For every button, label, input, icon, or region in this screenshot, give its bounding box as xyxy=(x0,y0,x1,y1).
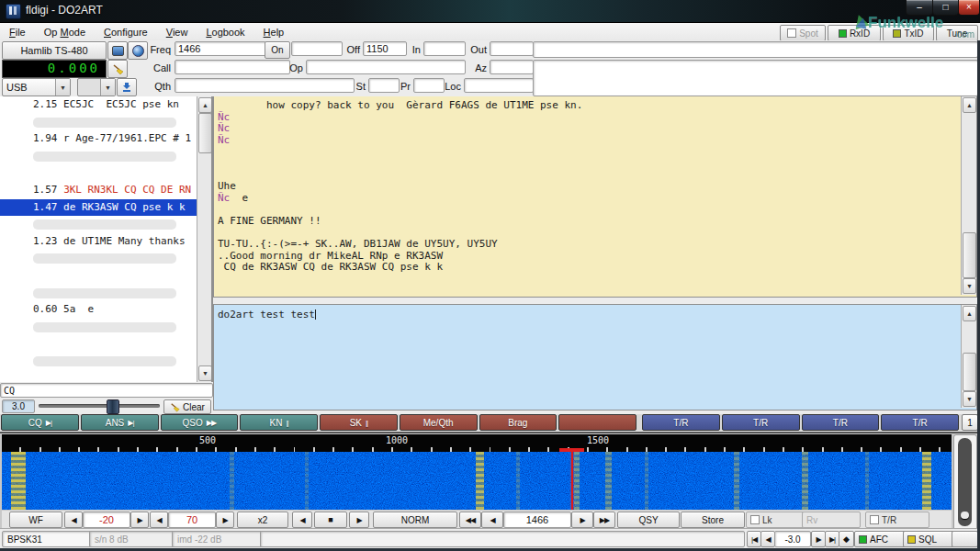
audio-freq-value[interactable]: 1466 xyxy=(503,512,571,528)
browser-row[interactable]: 2.15 EC5JC EC5JC pse kn xyxy=(0,96,197,114)
frequency-scale[interactable]: 50010001500 xyxy=(2,434,952,452)
wf-mode-button[interactable]: WF xyxy=(9,512,62,528)
afc-toggle[interactable]: AFC xyxy=(854,531,906,547)
notes-field-1[interactable] xyxy=(533,41,978,58)
title-bar[interactable]: fldigi - DO2ART – □ × xyxy=(0,0,980,23)
save-qso-button[interactable] xyxy=(117,78,137,96)
browser-row[interactable] xyxy=(0,319,197,336)
time-on-input[interactable] xyxy=(291,41,343,56)
scroll-down-icon[interactable]: ▼ xyxy=(963,278,976,294)
az-input[interactable] xyxy=(490,60,534,74)
seek-fwd-all-button[interactable]: ▶| xyxy=(825,531,839,547)
macro-button-t-r[interactable]: T/R xyxy=(802,414,880,431)
time-off-input[interactable] xyxy=(363,41,407,56)
low-increase-button[interactable]: ▶ xyxy=(130,512,149,528)
tx-text-area[interactable]: do2art test test ▲ ▼ xyxy=(213,304,977,410)
tx-scrollbar[interactable]: ▲ ▼ xyxy=(961,305,976,408)
macro-button-me-qth[interactable]: Me/Qth xyxy=(400,414,478,431)
waterfall-display[interactable] xyxy=(2,452,952,510)
browser-scrollbar[interactable]: ▲ ▼ xyxy=(197,96,212,382)
browser-row[interactable] xyxy=(0,267,197,285)
rx-text-area[interactable]: how copy? back to you Gèrard F6AGS de UT… xyxy=(213,96,977,298)
browser-row[interactable] xyxy=(0,114,197,131)
macro-button-cq[interactable]: CQ▶| xyxy=(1,414,79,431)
browser-row[interactable] xyxy=(0,216,197,233)
freq-rewind-button[interactable]: ◀◀ xyxy=(459,512,481,528)
txid-button[interactable]: TxID xyxy=(883,25,934,41)
op-input[interactable] xyxy=(306,60,466,74)
browser-row-selected[interactable]: 1.47 de RK3ASW CQ pse k k xyxy=(0,199,197,217)
bandwidth-select[interactable]: ▼ xyxy=(77,78,116,96)
browser-row[interactable]: 1.57 3KL RN3KL CQ CQ DE RN xyxy=(0,182,197,199)
lock-toggle[interactable]: Lk xyxy=(746,512,805,528)
scroll-up-icon[interactable]: ▲ xyxy=(198,97,212,113)
clear-log-fields-button[interactable] xyxy=(107,60,128,78)
menu-op-mode[interactable]: Op Mode xyxy=(35,27,95,38)
macro-button-t-r[interactable]: T/R xyxy=(642,414,720,431)
browser-row[interactable] xyxy=(0,148,197,165)
range-decrease-button[interactable]: ◀ xyxy=(150,512,168,528)
menu-help[interactable]: Help xyxy=(254,27,294,38)
macro-button-sk[interactable]: SK|| xyxy=(320,414,398,431)
tune-button[interactable]: Tune xyxy=(936,25,978,41)
wf-low-value[interactable]: -20 xyxy=(83,512,130,528)
menu-configure[interactable]: Configure xyxy=(95,27,157,38)
macro-button-qso[interactable]: QSO▶▶ xyxy=(161,414,239,431)
qsy-button[interactable]: QSY xyxy=(617,512,680,528)
signal-browser[interactable]: 2.15 EC5JC EC5JC pse kn1.94 r Age-77/196… xyxy=(0,96,213,382)
mode-status-button[interactable]: BPSK31 xyxy=(2,531,93,547)
menu-logbook[interactable]: Logbook xyxy=(197,27,253,38)
browser-row[interactable]: 0.60 5a e xyxy=(0,301,197,319)
rig-control-button[interactable]: Hamlib TS-480 xyxy=(2,41,107,60)
browser-search-input[interactable] xyxy=(0,383,213,398)
rst-out-input[interactable] xyxy=(490,41,534,56)
squelch-slider[interactable] xyxy=(39,404,160,408)
macro-button-kn[interactable]: KN|| xyxy=(240,414,318,431)
center-signal-button[interactable]: ◆ xyxy=(839,531,854,547)
low-decrease-button[interactable]: ◀ xyxy=(64,512,83,528)
store-button[interactable]: Store xyxy=(681,512,745,528)
browser-scroll-thumb[interactable] xyxy=(198,113,212,153)
call-input[interactable] xyxy=(175,60,290,74)
range-increase-button[interactable]: ▶ xyxy=(216,512,234,528)
browser-row[interactable] xyxy=(0,335,197,353)
rx-scrollbar[interactable]: ▲ ▼ xyxy=(961,96,976,295)
macro-button-t-r[interactable]: T/R xyxy=(722,414,800,431)
scroll-up-icon[interactable]: ▲ xyxy=(963,97,976,113)
rxid-button[interactable]: RxID xyxy=(828,25,881,41)
browser-row[interactable]: 1.94 r Age-77/1961.EPC # 1 xyxy=(0,130,197,148)
wf-shift-left-button[interactable]: ◀ xyxy=(292,512,312,528)
wf-center-button[interactable]: ■ xyxy=(314,512,347,528)
mode-select[interactable]: USB ▼ xyxy=(2,78,71,96)
notes-field-2[interactable] xyxy=(533,60,978,96)
spot-toggle[interactable]: Spot xyxy=(780,25,826,41)
browser-row[interactable] xyxy=(0,250,197,267)
clear-browser-button[interactable]: Clear xyxy=(163,399,211,414)
freq-fwd-button[interactable]: ▶ xyxy=(571,512,593,528)
wf-zoom-button[interactable]: x2 xyxy=(237,512,288,528)
seek-fwd-button[interactable]: ▶ xyxy=(811,531,826,547)
browser-row[interactable] xyxy=(0,370,197,383)
sql-toggle[interactable]: SQL xyxy=(903,531,954,547)
freq-back-button[interactable]: ◀ xyxy=(481,512,503,528)
txrx-toggle[interactable]: T/R xyxy=(865,512,929,528)
browser-row[interactable] xyxy=(0,353,197,370)
tx-scroll-thumb[interactable] xyxy=(963,353,976,391)
scroll-down-icon[interactable]: ▼ xyxy=(198,365,212,381)
menu-view[interactable]: View xyxy=(157,27,197,38)
browser-row[interactable] xyxy=(0,285,197,302)
freq-ffwd-button[interactable]: ▶▶ xyxy=(593,512,615,528)
browser-row[interactable] xyxy=(0,164,197,182)
qth-input[interactable] xyxy=(175,78,355,93)
squelch-slider-thumb[interactable] xyxy=(107,399,119,414)
freq-input[interactable] xyxy=(175,41,266,56)
maximize-button[interactable]: □ xyxy=(932,0,959,16)
wf-shift-right-button[interactable]: ▶ xyxy=(349,512,369,528)
macro-button-ans[interactable]: ANS▶| xyxy=(81,414,159,431)
minimize-button[interactable]: – xyxy=(906,0,933,16)
slider-thumb[interactable] xyxy=(961,512,969,519)
reverse-toggle[interactable]: Rv xyxy=(802,512,861,528)
scroll-down-icon[interactable]: ▼ xyxy=(963,391,976,407)
loc-input[interactable] xyxy=(464,78,534,93)
seek-back-button[interactable]: ◀ xyxy=(760,531,775,547)
